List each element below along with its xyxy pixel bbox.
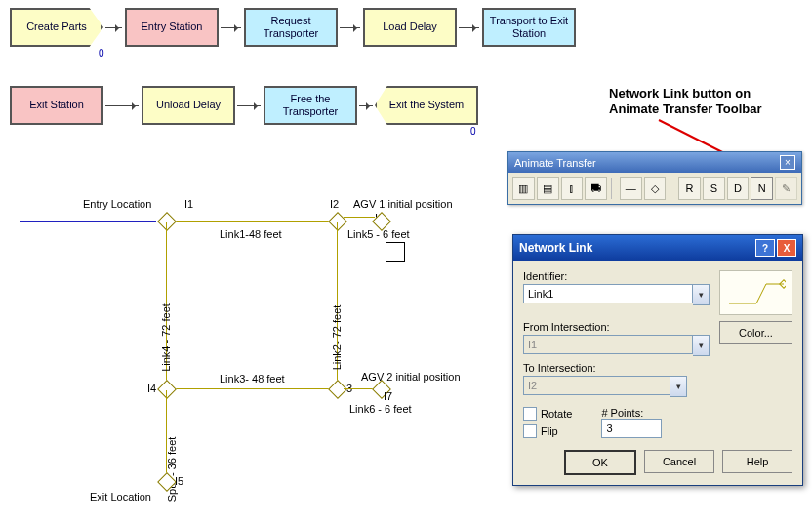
rotate-checkbox[interactable]: Rotate (523, 407, 572, 421)
bars-icon[interactable]: ▤ (537, 177, 559, 200)
exit-station-block[interactable]: Exit Station (10, 86, 103, 125)
from-label: From Intersection: (523, 321, 710, 333)
draw-icon[interactable]: ✎ (775, 177, 797, 200)
i4-label: I4 (147, 383, 156, 394)
annotation-line1: Network Link button on (609, 86, 751, 101)
request-transporter-block[interactable]: Request Transporter (244, 8, 338, 47)
block-label: Transport to Exit Station (486, 15, 572, 40)
node-i4[interactable] (157, 380, 177, 399)
diamond-icon[interactable]: ◇ (644, 177, 667, 200)
cancel-button[interactable]: Cancel (644, 450, 714, 473)
link4-label: Link4 - 72 feet (160, 303, 172, 372)
flip-label: Flip (541, 425, 558, 437)
route-s-icon[interactable]: S (703, 177, 725, 200)
block-label: Exit Station (29, 99, 84, 111)
route-r-icon[interactable]: R (678, 177, 701, 200)
entry-tick (20, 215, 20, 226)
points-input[interactable] (601, 419, 662, 438)
block-label: Load Delay (383, 20, 437, 33)
free-transporter-block[interactable]: Free the Transporter (264, 86, 357, 125)
toolbar-title: Animate Transfer (514, 157, 596, 169)
connector (105, 27, 122, 28)
create-parts-block[interactable]: Create Parts (10, 8, 103, 47)
entry-location-label: Entry Location (83, 198, 151, 210)
link-preview (719, 270, 792, 315)
to-label: To Intersection: (523, 362, 792, 374)
annotation-line2: Animate Transfer Toolbar (609, 101, 762, 116)
chart-icon[interactable]: ▥ (512, 177, 535, 200)
points-field: # Points: (601, 407, 662, 438)
identifier-label: Identifier: (523, 270, 710, 282)
link5-label: Link5 - 6 feet (347, 228, 410, 240)
flip-checkbox[interactable]: Flip (523, 424, 572, 438)
h-line-icon[interactable]: — (620, 177, 642, 200)
dialog-body: Identifier: ▾ From Intersection: ▾ Color… (513, 261, 802, 485)
connector (237, 105, 261, 106)
i7-label: I7 (384, 390, 392, 402)
truck-icon[interactable]: ⛟ (585, 177, 607, 200)
points-label: # Points: (601, 407, 662, 419)
connector (221, 27, 241, 28)
network-link-dialog[interactable]: Network Link ? X Identifier: ▾ From Inte… (512, 234, 803, 486)
to-input[interactable] (523, 376, 670, 395)
load-delay-block[interactable]: Load Delay (363, 8, 457, 47)
link6-path (344, 388, 375, 389)
connector (459, 27, 479, 28)
node-i2[interactable] (328, 212, 347, 231)
dialog-title: Network Link (519, 241, 592, 255)
animate-transfer-toolbar[interactable]: Animate Transfer × ▥ ▤ ⫿ ⛟ — ◇ R S D N ✎ (508, 151, 802, 205)
exit-system-block[interactable]: Exit the System (375, 86, 478, 125)
dialog-footer: OK Cancel Help (523, 450, 792, 475)
help-icon[interactable]: ? (755, 239, 775, 257)
block-label: Entry Station (142, 20, 203, 33)
link5-path (344, 217, 375, 218)
identifier-field: Identifier: ▾ (523, 270, 710, 315)
identifier-input[interactable] (523, 284, 693, 303)
agv1-marker (386, 242, 405, 262)
ok-button[interactable]: OK (564, 450, 636, 475)
chevron-down-icon[interactable]: ▾ (693, 284, 710, 305)
rotate-label: Rotate (541, 408, 572, 420)
block-label: Unload Delay (156, 99, 221, 111)
close-icon[interactable]: × (780, 155, 795, 170)
link3-label: Link3- 48 feet (220, 373, 285, 384)
toolbar-title-bar[interactable]: Animate Transfer × (508, 152, 801, 173)
link6-label: Link6 - 6 feet (349, 403, 412, 415)
exit-location-label: Exit Location (90, 491, 151, 503)
unload-delay-block[interactable]: Unload Delay (142, 86, 235, 125)
block-label: Exit the System (389, 99, 464, 111)
count-zero: 0 (99, 48, 104, 59)
block-label: Request Transporter (248, 15, 334, 40)
from-field: From Intersection: ▾ (523, 321, 710, 356)
spur-label: Spur - 36 feet (166, 437, 178, 503)
link3-path (166, 388, 337, 389)
agv1-label: AGV 1 initial position (353, 198, 453, 210)
transport-exit-block[interactable]: Transport to Exit Station (482, 8, 576, 47)
i1-label: I1 (184, 198, 193, 210)
options-row: Rotate Flip # Points: (523, 407, 792, 438)
entry-station-block[interactable]: Entry Station (125, 8, 219, 47)
from-input[interactable] (523, 335, 693, 354)
route-d-icon[interactable]: D (727, 177, 750, 200)
link1-label: Link1-48 feet (220, 228, 282, 240)
columns-icon[interactable]: ⫿ (561, 177, 584, 200)
separator (611, 178, 616, 199)
block-label: Free the Transporter (267, 93, 353, 118)
count-zero: 0 (470, 126, 476, 137)
toolbar-body: ▥ ▤ ⫿ ⛟ — ◇ R S D N ✎ (508, 173, 801, 204)
help-button[interactable]: Help (722, 450, 792, 473)
chevron-down-icon[interactable]: ▾ (670, 376, 687, 397)
node-i1[interactable] (157, 212, 177, 231)
block-label: Create Parts (26, 20, 87, 33)
dialog-title-bar[interactable]: Network Link ? X (513, 235, 802, 261)
agv2-label: AGV 2 initial position (361, 371, 461, 383)
separator (670, 178, 674, 199)
to-field: To Intersection: ▾ (523, 362, 792, 397)
link2-label: Link2- 72 feet (331, 305, 343, 371)
color-button[interactable]: Color... (719, 321, 792, 344)
entry-line (20, 221, 156, 222)
network-link-icon[interactable]: N (751, 177, 773, 200)
close-icon[interactable]: X (777, 239, 796, 257)
connector (359, 105, 373, 106)
chevron-down-icon[interactable]: ▾ (693, 335, 710, 356)
